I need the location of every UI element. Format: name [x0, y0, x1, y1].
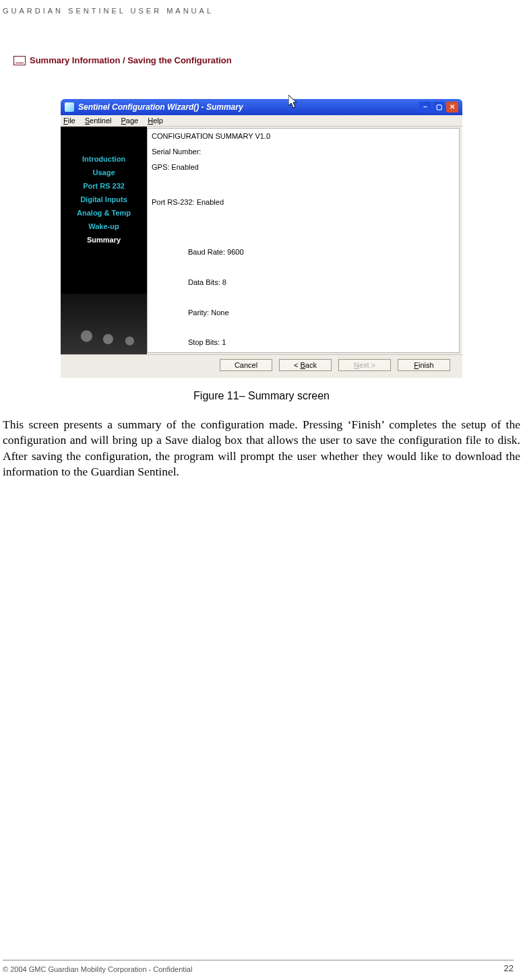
back-button[interactable]: < Back — [279, 359, 332, 371]
serial-number-line: Serial Number: — [152, 147, 455, 157]
menu-file[interactable]: File — [63, 117, 75, 125]
screen-icon — [13, 56, 26, 65]
sidebar-item-port-rs232[interactable]: Port RS 232 — [61, 179, 147, 193]
page-footer: © 2004 GMC Guardian Mobility Corporation… — [3, 960, 514, 973]
section-title: Summary Information / Saving the Configu… — [30, 55, 232, 65]
page-number: 22 — [504, 963, 514, 973]
section-title-row: Summary Information / Saving the Configu… — [0, 55, 523, 65]
next-button: Next > — [338, 359, 391, 371]
sidebar-item-digital-inputs[interactable]: Digital Inputs — [61, 193, 147, 206]
summary-title: CONFIGURATION SUMMARY V1.0 — [152, 131, 455, 141]
port-baud: Baud Rate: 9600 — [152, 247, 455, 257]
sidebar-item-usage[interactable]: Usage — [61, 166, 147, 179]
port-stopbits: Stop Bits: 1 — [152, 337, 455, 348]
svg-marker-0 — [288, 95, 297, 108]
sidebar-image — [61, 294, 147, 354]
sidebar-item-introduction[interactable]: Introduction — [61, 152, 147, 166]
port-parity: Parity: None — [152, 308, 455, 318]
port-databits: Data Bits: 8 — [152, 277, 455, 288]
port-rs232-header: Port RS-232: Enabled — [152, 197, 455, 207]
gps-line: GPS: Enabled — [152, 162, 455, 172]
cancel-button[interactable]: Cancel — [220, 359, 272, 371]
body-paragraph: This screen presents a summary of the co… — [0, 417, 523, 480]
wizard-button-bar: Cancel < Back Next > Finish — [61, 355, 462, 378]
window-titlebar: Sentinel Configuration Wizard() - Summar… — [61, 99, 462, 115]
wizard-sidebar: Introduction Usage Port RS 232 Digital I… — [61, 127, 147, 354]
sidebar-item-summary[interactable]: Summary — [61, 233, 147, 247]
port-rs232-block: Port RS-232: Enabled Baud Rate: 9600 Dat… — [152, 178, 455, 353]
window-minimize-button[interactable]: – — [419, 102, 431, 112]
summary-content: CONFIGURATION SUMMARY V1.0 Serial Number… — [147, 128, 460, 353]
menu-sentinel[interactable]: Sentinel — [85, 117, 112, 125]
window-maximize-button[interactable]: ▢ — [433, 102, 445, 112]
footer-text: © 2004 GMC Guardian Mobility Corporation… — [3, 965, 192, 973]
menu-help[interactable]: Help — [148, 117, 163, 125]
window-close-button[interactable]: ✕ — [446, 102, 458, 112]
window-app-icon — [65, 102, 74, 112]
finish-button[interactable]: Finish — [398, 359, 450, 371]
figure-caption: Figure 11– Summary screen — [0, 390, 523, 402]
window-menubar: File Sentinel Page Help — [61, 115, 462, 127]
page-header: GUARDIAN SENTINEL USER MANUAL — [0, 7, 523, 15]
window-title: Sentinel Configuration Wizard() - Summar… — [78, 102, 243, 112]
menu-page[interactable]: Page — [121, 117, 139, 125]
sidebar-item-wake-up[interactable]: Wake-up — [61, 220, 147, 233]
sidebar-item-analog-temp[interactable]: Analog & Temp — [61, 206, 147, 220]
screenshot-window: Sentinel Configuration Wizard() - Summar… — [61, 99, 462, 378]
